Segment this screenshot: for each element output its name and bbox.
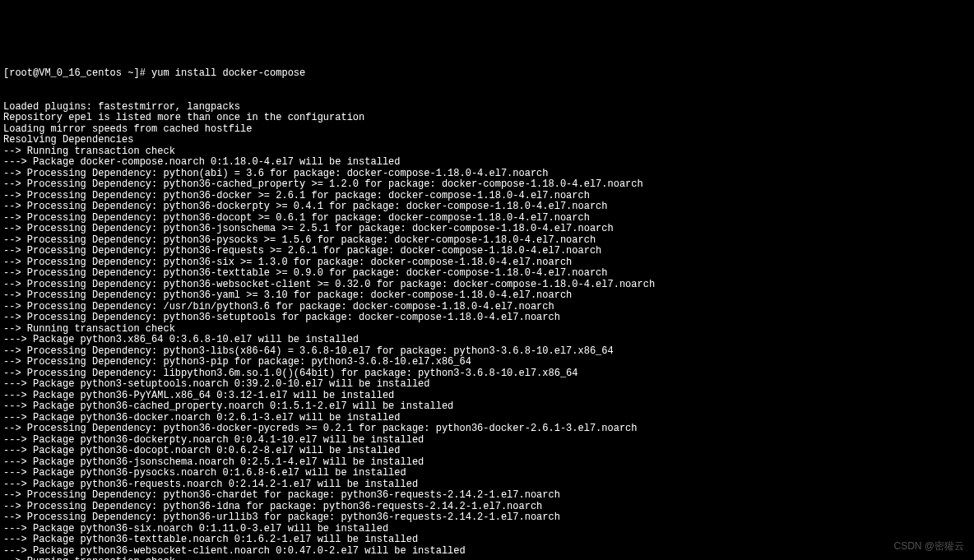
output-line: --> Processing Dependency: python36-pyso… <box>3 235 971 247</box>
output-line: Repository epel is listed more than once… <box>3 113 971 124</box>
output-line: ---> Package python36-jsonschema.noarch … <box>3 457 971 469</box>
output-line: --> Running transaction check <box>3 146 971 158</box>
output-line: ---> Package python36-cached_property.no… <box>3 401 971 413</box>
output-line: ---> Package python36-six.noarch 0:1.11.… <box>3 524 971 535</box>
output-line: --> Running transaction check <box>3 557 971 560</box>
output-lines: Loaded plugins: fastestmirror, langpacks… <box>3 102 971 561</box>
output-line: ---> Package python36-docopt.noarch 0:0.… <box>3 446 971 457</box>
output-line: --> Processing Dependency: python36-text… <box>3 268 971 280</box>
output-line: ---> Package python3-setuptools.noarch 0… <box>3 379 971 391</box>
output-line: --> Processing Dependency: python36-json… <box>3 224 971 235</box>
output-line: --> Processing Dependency: python36-yaml… <box>3 290 971 302</box>
output-line: ---> Package python36-websocket-client.n… <box>3 546 971 558</box>
output-line: --> Processing Dependency: python36-doco… <box>3 213 971 224</box>
output-line: Loading mirror speeds from cached hostfi… <box>3 124 971 136</box>
output-line: --> Processing Dependency: libpython3.6m… <box>3 368 971 380</box>
output-line: --> Processing Dependency: python36-setu… <box>3 312 971 324</box>
terminal-output[interactable]: [root@VM_0_16_centos ~]# yum install doc… <box>3 46 971 560</box>
output-line: --> Processing Dependency: python36-dock… <box>3 423 971 435</box>
output-line: --> Processing Dependency: python36-cach… <box>3 179 971 191</box>
output-line: ---> Package python36-requests.noarch 0:… <box>3 479 971 491</box>
output-line: --> Processing Dependency: python36-six … <box>3 257 971 269</box>
output-line: --> Processing Dependency: /usr/bin/pyth… <box>3 302 971 313</box>
output-line: ---> Package python36-docker.noarch 0:2.… <box>3 413 971 424</box>
output-line: Resolving Dependencies <box>3 135 971 146</box>
output-line: ---> Package python36-PyYAML.x86_64 0:3.… <box>3 391 971 402</box>
output-line: --> Processing Dependency: python3-pip f… <box>3 357 971 368</box>
output-line: ---> Package python36-dockerpty.noarch 0… <box>3 435 971 447</box>
output-line: ---> Package python36-texttable.noarch 0… <box>3 535 971 546</box>
output-line: --> Processing Dependency: python36-idna… <box>3 502 971 513</box>
output-line: ---> Package python3.x86_64 0:3.6.8-10.e… <box>3 335 971 346</box>
output-line: --> Processing Dependency: python36-char… <box>3 490 971 502</box>
output-line: --> Running transaction check <box>3 324 971 336</box>
output-line: --> Processing Dependency: python3-libs(… <box>3 346 971 358</box>
output-line: --> Processing Dependency: python36-urll… <box>3 512 971 524</box>
prompt-line: [root@VM_0_16_centos ~]# yum install doc… <box>3 68 971 80</box>
output-line: --> Processing Dependency: python36-dock… <box>3 191 971 202</box>
output-line: --> Processing Dependency: python36-dock… <box>3 201 971 213</box>
output-line: Loaded plugins: fastestmirror, langpacks <box>3 102 971 113</box>
output-line: ---> Package python36-pysocks.noarch 0:1… <box>3 468 971 479</box>
output-line: --> Processing Dependency: python36-requ… <box>3 246 971 257</box>
output-line: ---> Package docker-compose.noarch 0:1.1… <box>3 157 971 169</box>
output-line: --> Processing Dependency: python(abi) =… <box>3 169 971 180</box>
output-line: --> Processing Dependency: python36-webs… <box>3 280 971 291</box>
